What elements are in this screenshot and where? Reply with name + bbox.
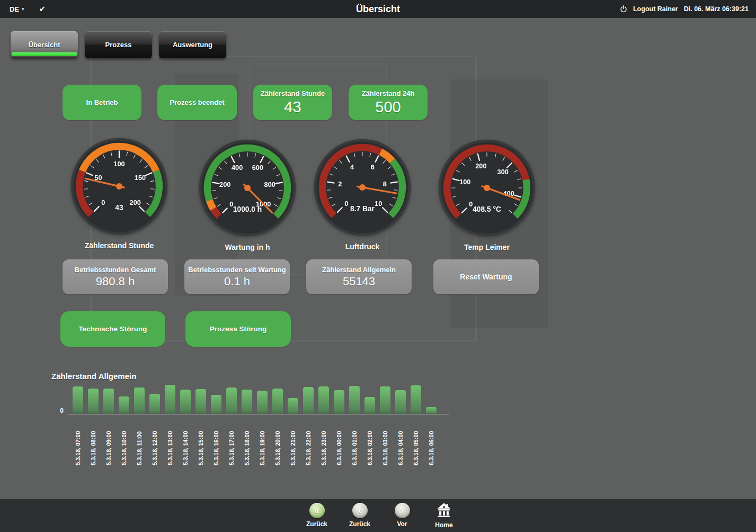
- bar: [364, 397, 375, 414]
- gauge-band: [214, 209, 219, 216]
- gauge-tick-label: 2: [338, 180, 342, 188]
- x-axis-label: 5.3.18, 07:00: [75, 431, 81, 465]
- status-value: 500: [375, 99, 401, 115]
- status-label: In Betrieb: [86, 98, 118, 106]
- info-label: Betriebsstunden Gesamt: [75, 266, 156, 274]
- x-axis-label: 6.3.18, 03:00: [382, 431, 388, 465]
- x-axis-label: 5.3.18, 15:00: [198, 431, 204, 465]
- bottom-nav-bar: « Zurück ‹ Zurück › Vor: [0, 499, 756, 532]
- reset-wartung-button[interactable]: Reset Wartung: [433, 259, 539, 294]
- gauge-tick-label: 10: [375, 200, 382, 208]
- bar: [195, 389, 206, 414]
- x-axis-label: 5.3.18, 22:00: [305, 431, 312, 465]
- nav-label: Zurück: [306, 520, 327, 528]
- bar: [395, 390, 406, 414]
- tab-bar: Übersicht Prozess Auswertung: [11, 31, 226, 58]
- bar: [318, 386, 329, 414]
- gauge-band: [209, 200, 213, 209]
- gauge-hub: [484, 185, 490, 191]
- gauge-caption: Luftdruck: [345, 242, 380, 251]
- back-fast-button[interactable]: « Zurück: [298, 503, 335, 528]
- gauge-tick-label: 200: [130, 199, 141, 206]
- info-label: Zählerstand Allgemein: [322, 266, 396, 274]
- gauge-tick-label: 4: [350, 163, 354, 171]
- status-value: 43: [284, 99, 301, 115]
- x-axis-label: 5.3.18, 18:00: [244, 431, 250, 465]
- gauge-zaehlerstand-stunde: 05010015020043 Zählerstand Stunde: [69, 136, 170, 250]
- gauge-tick-label: 0: [344, 200, 348, 208]
- tab-uebersicht[interactable]: Übersicht: [11, 31, 78, 58]
- x-axis-label: 6.3.18, 02:00: [367, 431, 373, 465]
- gauge-tick-label: 6: [371, 163, 375, 171]
- gauge-tick-label: 8: [383, 180, 387, 188]
- prozess-stoerung-button[interactable]: Prozess Störung: [185, 311, 291, 347]
- info-label: Betriebsstunden seit Wartung: [188, 266, 286, 274]
- status-tile-in-betrieb: In Betrieb: [63, 85, 141, 120]
- bar: [242, 390, 252, 414]
- nav-label: Vor: [397, 520, 407, 528]
- technische-stoerung-button[interactable]: Technische Störung: [60, 311, 165, 347]
- gauge-value: 408.5 °C: [473, 205, 501, 213]
- chevron-left-icon: ‹: [352, 503, 368, 518]
- logout-button[interactable]: Logout Rainer: [633, 5, 678, 13]
- x-axis-label: 5.3.18, 17:00: [228, 431, 235, 465]
- gauge-tick-label: 600: [252, 164, 263, 172]
- nav-label: Zurück: [349, 520, 370, 528]
- x-axis-label: 5.3.18, 13:00: [167, 431, 173, 465]
- info-tile-zaehlerstand-allgemein: Zählerstand Allgemein 55143: [306, 259, 412, 294]
- bar: [165, 385, 175, 414]
- home-button[interactable]: Home: [425, 503, 463, 529]
- gauge-value: 1000.0 h: [233, 205, 262, 213]
- x-axis-label: 5.3.18, 12:00: [152, 431, 158, 465]
- gauge-hub: [359, 184, 366, 191]
- back-button[interactable]: ‹ Zurück: [341, 503, 378, 528]
- y-axis-tick-0: 0: [53, 407, 64, 414]
- info-value: 980.8 h: [96, 275, 135, 288]
- x-axis-label: 6.3.18, 01:00: [351, 431, 358, 465]
- tab-prozess[interactable]: Prozess: [85, 31, 152, 58]
- x-axis-label: 6.3.18, 05:00: [413, 431, 419, 465]
- chart-title: Zählerstand Allgemein: [51, 372, 136, 381]
- gauge-dial: 02468108.7 Bar: [312, 137, 413, 238]
- datetime-label: Di. 06. März 06:39:21: [684, 5, 749, 13]
- gauge-tick-label: 100: [113, 160, 124, 168]
- gauge-tick-label: 150: [135, 174, 146, 182]
- bar: [119, 396, 129, 414]
- gauge-dial: 0100200300400408.5 °C: [437, 138, 537, 238]
- gauge-caption: Zählerstand Stunde: [85, 241, 154, 250]
- bar: [73, 386, 83, 414]
- status-label: Zählerstand 24h: [362, 89, 415, 97]
- bar: [349, 386, 360, 414]
- status-tile-zaehlerstand-stunde: Zählerstand Stunde 43: [253, 85, 332, 120]
- gauge-tick-label: 400: [232, 164, 243, 172]
- bar: [334, 390, 344, 414]
- info-value: 55143: [343, 275, 375, 288]
- gauge-tick-label: 200: [219, 181, 230, 188]
- tab-label: Auswertung: [173, 41, 212, 49]
- bar: [211, 395, 221, 414]
- forward-button[interactable]: › Vor: [384, 503, 421, 528]
- gauge-tick-label: 800: [264, 181, 275, 188]
- power-icon[interactable]: [620, 5, 627, 13]
- bar: [411, 385, 421, 414]
- x-axis-label: 6.3.18, 06:00: [428, 431, 434, 465]
- gauge-hub: [116, 183, 122, 190]
- info-value: 0.1 h: [224, 275, 250, 288]
- x-axis-label: 5.3.18, 09:00: [105, 431, 112, 465]
- gauge-value: 8.7 Bar: [350, 205, 375, 213]
- gauge-temp-leimer: 0100200300400408.5 °C Temp Leimer: [437, 138, 537, 251]
- bar: [134, 387, 145, 414]
- nav-label: Home: [435, 521, 452, 529]
- x-axis-label: 5.3.18, 20:00: [274, 431, 281, 465]
- gauge-wartung: 020040060080010001000.0 h Wartung in h: [197, 138, 298, 251]
- x-axis-label: 5.3.18, 11:00: [136, 431, 143, 465]
- chevron-right-icon: ›: [395, 503, 410, 518]
- double-chevron-left-icon: «: [309, 503, 325, 518]
- overview-screen: DE ▾ ✔ Übersicht Logout Rainer Di. 06. M…: [0, 0, 756, 532]
- gauge-tick-label: 300: [497, 168, 509, 176]
- top-bar: DE ▾ ✔ Übersicht Logout Rainer Di. 06. M…: [0, 0, 756, 18]
- x-axis-label: 5.3.18, 08:00: [90, 431, 96, 465]
- bar-chart-plot: [68, 382, 449, 414]
- tab-auswertung[interactable]: Auswertung: [159, 31, 226, 58]
- gauge-luftdruck: 02468108.7 Bar Luftdruck: [312, 137, 413, 251]
